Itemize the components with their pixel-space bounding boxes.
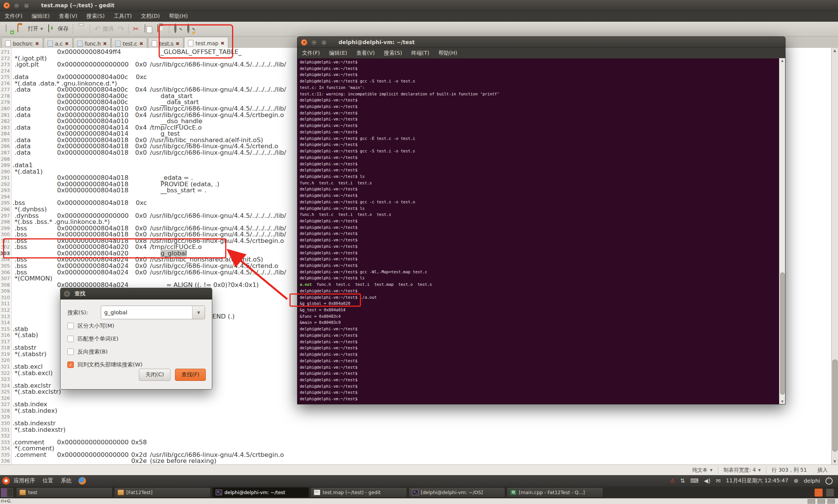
scrollbar-thumb[interactable] <box>780 273 785 395</box>
checkbox-icon[interactable] <box>67 323 74 329</box>
gedit-menu-item[interactable]: 搜索(S) <box>82 11 109 21</box>
scroll-up-icon[interactable]: ▲ <box>779 58 785 63</box>
gedit-menu-item[interactable]: 帮助(H) <box>164 11 192 21</box>
find-dialog-title: 查找 <box>75 290 85 297</box>
panel-menu-应用程序[interactable]: 应用程序 <box>10 477 39 484</box>
find-dialog-titlebar[interactable]: ✕ 查找 <box>60 288 212 300</box>
taskbar-window-[Fat12Test][interactable]: [Fat12Test] <box>114 487 211 498</box>
panel-menu-系统[interactable]: 系统 <box>57 477 75 484</box>
cut-button[interactable]: ✂ <box>130 24 141 34</box>
warning-icon[interactable]: ⚠ <box>670 477 675 484</box>
checkbox-icon[interactable] <box>67 336 74 342</box>
line-number: 280 <box>0 106 10 112</box>
gedit-menu-item[interactable]: 查看(V) <box>54 11 82 21</box>
power-icon[interactable] <box>825 477 833 485</box>
copy-button[interactable] <box>141 24 154 34</box>
terminal-output[interactable]: delphi@delphi-vm:~/test$delphi@delphi-vm… <box>297 58 779 404</box>
taskbar-window-test.map (~/test) - gedit[interactable]: test.map (~/test) - gedit <box>310 487 407 498</box>
network-updown-icon[interactable]: ⇅ <box>680 477 685 484</box>
tab-close-icon[interactable]: ✖ <box>65 41 69 46</box>
tab-close-icon[interactable]: ✖ <box>103 41 107 46</box>
open-button[interactable]: 打开 ▼ <box>15 24 45 34</box>
save-button[interactable]: 保存 <box>45 24 71 34</box>
taskbar-window-label: test <box>28 490 37 495</box>
undo-button[interactable]: ↶ 撤消 <box>92 24 116 34</box>
tab-close-icon[interactable]: ✖ <box>35 41 39 46</box>
terminal-line: delphi@delphi-vm:~/test$ <box>300 110 779 116</box>
chevron-down-icon[interactable]: ▼ <box>40 27 43 31</box>
close-button[interactable]: 关闭(C) <box>139 369 170 381</box>
terminal-window-title: delphi@delphi-vm: ~/test <box>339 39 415 45</box>
tab-close-icon[interactable]: ✖ <box>140 41 143 46</box>
gedit-menu-item[interactable]: 文档(D) <box>137 11 165 21</box>
editor-line: 335 .comment0x00000000000000000x2d/usr/l… <box>0 452 838 458</box>
scroll-down-icon[interactable]: ▼ <box>779 399 785 404</box>
find-button[interactable]: 查找(F) <box>175 369 206 381</box>
tab-func.h[interactable]: func.h✖ <box>73 38 111 49</box>
gedit-menu-item[interactable]: 编辑(E) <box>27 11 54 21</box>
user-menu-label[interactable]: delphi <box>804 478 820 484</box>
mail-icon[interactable]: ✉ <box>716 477 721 484</box>
checkbox-icon[interactable] <box>67 349 74 355</box>
terminal-scrollbar[interactable]: ▲ ▼ <box>779 58 785 404</box>
gedit-menu-item[interactable]: 文件(F) <box>0 11 27 21</box>
user-menu-icon[interactable]: ⊗ <box>793 477 798 484</box>
minimize-icon[interactable]: − <box>13 2 20 9</box>
tab-width-selector[interactable]: 制表符宽度: 4 ▼ <box>718 467 766 474</box>
terminal-menu-item[interactable]: 帮助(H) <box>434 48 462 58</box>
terminal-titlebar[interactable]: ✕ − ▫ delphi@delphi-vm: ~/test <box>297 37 785 48</box>
redo-button[interactable]: ↷ <box>116 24 127 34</box>
minimize-icon[interactable]: − <box>311 39 317 46</box>
gedit-vertical-scrollbar[interactable]: ▲ ▼ <box>831 48 838 464</box>
terminal-line: test.c: In function ‘main’: <box>300 84 779 91</box>
terminal-line: delphi@delphi-vm:~/test$ <box>300 396 779 402</box>
panel-app-icon[interactable] <box>826 488 834 497</box>
close-icon[interactable]: ✕ <box>3 2 10 9</box>
tab-a.c[interactable]: a.c✖ <box>44 38 73 49</box>
panel-app-icon[interactable] <box>814 488 823 497</box>
gedit-titlebar[interactable]: ✕ − ▫ test.map (~/test) - gedit <box>0 0 838 11</box>
terminal-menu-item[interactable]: 搜索(S) <box>379 48 407 58</box>
taskbar-window-label: [Fat12Test] <box>126 490 153 495</box>
keyboard-icon[interactable]: ⌨ <box>690 477 699 484</box>
gedit-menu-item[interactable]: 工具(T) <box>109 11 136 21</box>
close-icon[interactable]: ✕ <box>64 291 70 297</box>
maximize-icon[interactable]: ▫ <box>23 2 30 9</box>
taskbar-window-test[interactable]: test <box>16 487 113 498</box>
ubuntu-logo-icon[interactable] <box>2 477 10 485</box>
annotation-box-testmap-tab <box>159 24 233 59</box>
search-input[interactable] <box>101 306 192 319</box>
new-document-button[interactable]: + <box>2 24 15 34</box>
terminal-menu-item[interactable]: 编辑(E) <box>324 48 352 58</box>
toolbar-separator <box>128 24 129 34</box>
maximize-icon[interactable]: ▫ <box>321 39 327 46</box>
find-option-1[interactable]: 区分大小写(M) <box>67 322 114 330</box>
close-icon[interactable]: ✕ <box>301 39 307 46</box>
doctype-selector[interactable]: 纯文本 ▼ <box>687 467 718 474</box>
volume-icon[interactable]: ◀) <box>704 477 710 484</box>
firefox-icon[interactable] <box>78 477 86 485</box>
terminal-menu-item[interactable]: 查看(V) <box>352 48 380 58</box>
status-text-fragment: rl+G. <box>1 499 12 504</box>
taskbar-window-[delphi@delphi-vm: ~/OS][interactable]: >_[delphi@delphi-vm: ~/OS] <box>409 487 505 498</box>
taskbar-window-[main.cpp - Fat12Test - Q...][interactable]: Q[main.cpp - Fat12Test - Q...] <box>507 487 603 498</box>
scrollbar-thumb[interactable] <box>832 360 838 452</box>
find-option-3[interactable]: 反向搜索(B) <box>67 348 108 355</box>
taskbar-window-delphi@delphi-vm: ~/test[interactable]: >_delphi@delphi-vm: ~/test <box>212 487 309 498</box>
terminal-menu-item[interactable]: 文件(F) <box>297 48 324 58</box>
find-option-4[interactable]: ✓回到文档头部继续搜索(W) <box>67 361 143 368</box>
combo-dropdown-button[interactable]: ▼ <box>192 306 205 319</box>
scroll-up-icon[interactable]: ▲ <box>832 48 838 54</box>
find-option-2[interactable]: 匹配整个单词(E) <box>67 335 118 342</box>
panel-menu-位置[interactable]: 位置 <box>39 477 57 484</box>
clock[interactable]: 11月4日星期六 12:45:47 <box>726 477 788 484</box>
tab-bochsrc[interactable]: bochsrc✖ <box>2 38 43 49</box>
print-button[interactable] <box>75 24 88 34</box>
terminal-menu-item[interactable]: 终端(T) <box>407 48 434 58</box>
find-dialog: ✕ 查找 搜索(S): ▼ 区分大小写(M)匹配整个单词(E)反向搜索(B)✓回… <box>60 288 212 390</box>
workspace-switcher[interactable] <box>1 488 13 497</box>
tab-test.c[interactable]: test.c✖ <box>111 38 147 49</box>
checkbox-checked-icon[interactable]: ✓ <box>67 361 74 368</box>
line-number: 335 <box>0 452 10 458</box>
scroll-down-icon[interactable]: ▼ <box>832 459 838 464</box>
